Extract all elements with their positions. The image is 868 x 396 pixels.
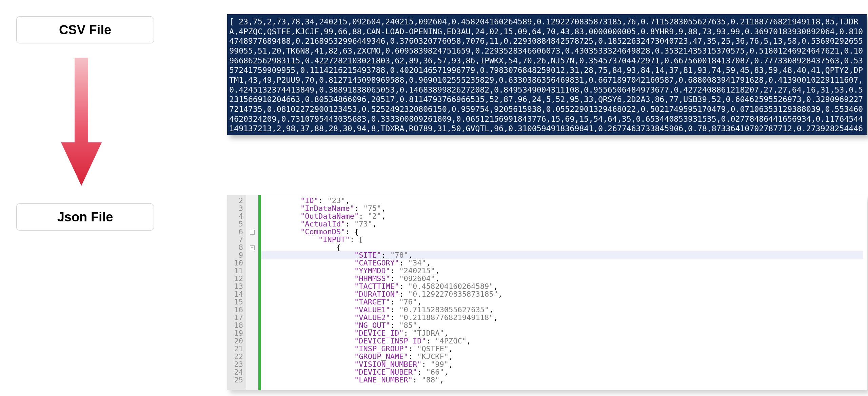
code-line: "VALUE1": "0.7115283055627635",: [264, 306, 863, 314]
code-line: "OutDataName": "2",: [264, 212, 863, 220]
code-line: "CATEGORY": "34",: [264, 259, 863, 267]
fold-marker: [246, 220, 258, 228]
fold-minus-icon[interactable]: −: [250, 230, 255, 235]
line-number: 3: [229, 204, 243, 212]
json-editor: 2345678910111213141516171819202122232425…: [227, 195, 867, 390]
fold-marker: [246, 314, 258, 321]
code-line: "InDataName": "75",: [264, 204, 863, 212]
line-number: 12: [229, 275, 243, 282]
code-line: "INPUT": [: [264, 236, 863, 243]
code-line: "YYMMDD": "240215",: [264, 267, 863, 275]
fold-gutter: − −: [246, 195, 258, 390]
csv-file-label-text: CSV File: [59, 23, 111, 37]
fold-marker: [246, 236, 258, 243]
fold-marker: [246, 275, 258, 282]
code-line: "HHMMSS": "092604",: [264, 275, 863, 282]
fold-marker: [246, 376, 258, 384]
line-number: 2: [229, 197, 243, 204]
code-line: "TARGET": "76",: [264, 298, 863, 306]
fold-marker: [246, 337, 258, 345]
code-line: "DEVICE_ID": "TJDRA",: [264, 329, 863, 337]
line-number: 17: [229, 314, 243, 321]
line-number: 24: [229, 368, 243, 376]
line-number: 14: [229, 290, 243, 298]
fold-marker: [246, 259, 258, 267]
fold-marker: [246, 197, 258, 204]
line-number: 5: [229, 220, 243, 228]
csv-file-label: CSV File: [16, 16, 154, 43]
code-line: "GROUP_NAME": "KJCKF",: [264, 353, 863, 360]
line-number-gutter: 2345678910111213141516171819202122232425: [227, 195, 246, 390]
line-number: 10: [229, 259, 243, 267]
code-line: "DEVICE_NUBER": "66",: [264, 368, 863, 376]
code-line: "DURATION": "0.1292270835873185",: [264, 290, 863, 298]
fold-marker: [246, 360, 258, 368]
line-number: 11: [229, 267, 243, 275]
line-number: 25: [229, 376, 243, 384]
code-line: "CommonDS": {: [264, 228, 863, 236]
line-number: 23: [229, 360, 243, 368]
json-file-label-text: Json File: [57, 210, 113, 224]
fold-marker: [246, 290, 258, 298]
fold-marker: [246, 282, 258, 290]
code-line: "DEVICE_INSP_ID": "4PZQC",: [264, 337, 863, 345]
line-number: 21: [229, 345, 243, 353]
line-number: 22: [229, 353, 243, 360]
line-number: 7: [229, 236, 243, 243]
code-area: "ID": "23", "InDataName": "75", "OutData…: [261, 195, 867, 390]
code-line: "ID": "23",: [264, 197, 863, 204]
code-line: "VISION_NUMBER": "99",: [264, 360, 863, 368]
fold-marker: [246, 251, 258, 259]
json-file-label: Json File: [16, 203, 154, 231]
code-line: "LANE_NUMBER": "88",: [264, 376, 863, 384]
line-number: 15: [229, 298, 243, 306]
line-number: 16: [229, 306, 243, 314]
arrow-down-icon: [61, 58, 102, 186]
fold-marker: [246, 204, 258, 212]
fold-marker: [246, 306, 258, 314]
fold-marker: [246, 345, 258, 353]
fold-marker: [246, 368, 258, 376]
page-root: CSV File Json File [ 23,75,2,73,78,34,24…: [0, 0, 868, 396]
code-line: "SITE": "78",: [261, 251, 863, 259]
fold-marker: [246, 353, 258, 360]
line-number: 20: [229, 337, 243, 345]
code-line: "NG_OUT": "85",: [264, 321, 863, 329]
line-number: 6: [229, 228, 243, 236]
fold-marker: [246, 267, 258, 275]
fold-marker: [246, 329, 258, 337]
fold-marker: −: [246, 228, 258, 236]
code-line: "INSP_GROUP": "QSTFE",: [264, 345, 863, 353]
line-number: 13: [229, 282, 243, 290]
change-marker-gutter: [258, 195, 261, 390]
fold-minus-icon[interactable]: −: [250, 245, 255, 250]
fold-marker: −: [246, 243, 258, 251]
code-line: "ActualId": "73",: [264, 220, 863, 228]
fold-marker: [246, 298, 258, 306]
line-number: 9: [229, 251, 243, 259]
csv-raw-text: [ 23,75,2,73,78,34,240215,092604,240215,…: [229, 17, 863, 135]
line-number: 4: [229, 212, 243, 220]
csv-raw-panel: [ 23,75,2,73,78,34,240215,092604,240215,…: [227, 14, 867, 135]
fold-marker: [246, 321, 258, 329]
code-line: "VALUE2": "0.21188776821949118",: [264, 314, 863, 321]
code-line: {: [264, 243, 863, 251]
fold-marker: [246, 212, 258, 220]
line-number: 18: [229, 321, 243, 329]
line-number: 19: [229, 329, 243, 337]
code-line: "TACTTIME": "0.458204160264589",: [264, 282, 863, 290]
line-number: 8: [229, 243, 243, 251]
